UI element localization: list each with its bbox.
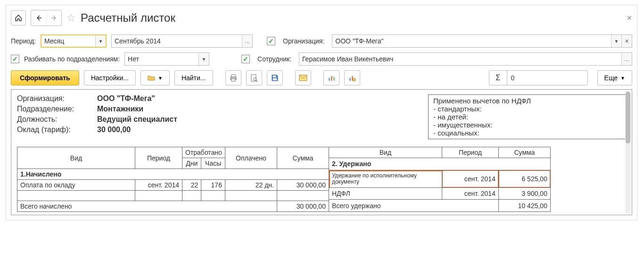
folder-menu-button[interactable]: ▼ — [140, 70, 170, 85]
section-row: 1.Начислено — [17, 169, 329, 180]
chevron-down-icon: ▼ — [158, 76, 163, 81]
split-checkbox[interactable]: ✓ — [11, 55, 19, 63]
folder-icon — [148, 75, 155, 81]
svg-rect-6 — [273, 76, 276, 77]
cell-name: Удержание по исполнительному документу — [329, 170, 442, 187]
cell-sum: 3 900,00 — [498, 187, 550, 200]
deductions-table: Вид Период Сумма 2. Удержано Удержание п… — [329, 147, 551, 212]
table-row: Оплата по окладу сент. 2014 22 176 22 дн… — [17, 180, 329, 191]
cell-period: сент. 2014 — [442, 187, 498, 200]
employee-choose-icon[interactable]: … — [621, 53, 632, 65]
split-select[interactable]: Нет ▼ — [124, 52, 209, 66]
info-position-value: Ведущий специалист — [97, 115, 177, 124]
svg-rect-9 — [329, 78, 330, 81]
org-select[interactable]: ООО "ТФ-Мега" ▼ ✕ — [332, 34, 632, 48]
scrollbar[interactable] — [625, 91, 631, 214]
svg-rect-7 — [273, 78, 277, 80]
more-button[interactable]: Еще ▼ — [597, 70, 632, 85]
period-label: Период: — [11, 37, 36, 45]
total-label: Всего начислено — [17, 201, 277, 212]
employee-select[interactable]: Герасимов Иван Викентьевич … — [299, 52, 632, 66]
scrollbar-thumb[interactable] — [626, 92, 630, 143]
report-area: Организация: ООО "ТФ-Мега" Подразделение… — [11, 89, 632, 215]
settings-button[interactable]: Настройки... — [84, 70, 136, 85]
table-header-row: Вид Период Отработано Оплачено Сумма — [17, 147, 329, 158]
period-value-text: Сентябрь 2014 — [112, 35, 242, 47]
employee-label: Сотрудник: — [257, 55, 291, 63]
printer-icon — [229, 74, 238, 82]
envelope-icon — [299, 75, 307, 81]
email-button[interactable] — [295, 70, 311, 85]
chart-button-2[interactable] — [344, 70, 360, 85]
total-row: Всего начислено 30 000,00 — [17, 201, 329, 212]
org-filter-checkbox[interactable]: ✓ — [267, 37, 275, 45]
svg-rect-10 — [331, 76, 332, 81]
cell-name: НДФЛ — [329, 187, 442, 200]
arrow-right-icon — [51, 15, 58, 21]
nav-back-button[interactable] — [31, 10, 46, 25]
preview-icon — [250, 74, 258, 82]
cell-period: сент. 2014 — [442, 170, 498, 187]
info-dept-value: Монтажники — [97, 105, 177, 113]
generate-button[interactable]: Сформировать — [11, 70, 79, 85]
info-position-label: Должность: — [17, 115, 92, 124]
col-type: Вид — [329, 147, 442, 158]
find-button[interactable]: Найти... — [174, 70, 213, 85]
employee-value-text: Герасимов Иван Викентьевич — [299, 53, 621, 65]
sum-button[interactable]: Σ — [489, 71, 507, 85]
chevron-down-icon: ▼ — [620, 76, 625, 81]
col-sum: Сумма — [277, 147, 329, 169]
org-label: Организация: — [283, 37, 324, 45]
favorite-star-icon[interactable]: ☆ — [66, 12, 76, 24]
ndfl-item: - имущественных: — [433, 121, 621, 129]
preview-button[interactable] — [246, 70, 262, 85]
info-dept-label: Подразделение: — [17, 105, 92, 113]
save-button[interactable] — [267, 70, 283, 85]
cell-sum: 30 000,00 — [277, 180, 329, 191]
print-button[interactable] — [225, 70, 241, 85]
info-org-value: ООО "ТФ-Мега" — [97, 94, 177, 103]
ndfl-item: - социальных: — [433, 129, 621, 137]
split-label: Разбивать по подразделениям: — [24, 55, 120, 63]
col-days: Дни — [182, 158, 201, 169]
cell-paid: 22 дн. — [225, 180, 277, 191]
section-label: 1.Начислено — [17, 169, 329, 180]
total-sum: 30 000,00 — [277, 201, 329, 212]
svg-rect-2 — [231, 79, 235, 81]
chart-button-1[interactable] — [323, 70, 339, 85]
split-dropdown-icon[interactable]: ▼ — [198, 53, 209, 65]
home-button[interactable] — [11, 10, 26, 25]
chart-icon — [328, 74, 335, 82]
period-type-select[interactable]: Месяц ▼ — [41, 34, 107, 48]
table-row — [17, 191, 329, 201]
total-label: Всего удержано — [329, 200, 498, 212]
col-worked: Отработано — [182, 147, 225, 158]
split-value-text: Нет — [125, 53, 198, 65]
org-dropdown-icon[interactable]: ▼ — [611, 35, 621, 47]
period-type-dropdown-icon[interactable]: ▼ — [95, 35, 106, 47]
svg-rect-11 — [333, 77, 335, 81]
employee-checkbox[interactable]: ✓ — [241, 55, 250, 63]
period-value-choose-icon[interactable]: … — [242, 35, 252, 47]
svg-rect-1 — [231, 75, 235, 77]
nav-forward-button[interactable] — [46, 10, 61, 25]
table-row-highlighted: Удержание по исполнительному документу с… — [329, 170, 550, 187]
info-org-label: Организация: — [17, 94, 92, 103]
svg-rect-12 — [349, 78, 351, 81]
col-period: Период — [135, 147, 182, 169]
info-salary-value: 30 000,00 — [97, 126, 177, 134]
col-period: Период — [442, 147, 498, 158]
period-value-input[interactable]: Сентябрь 2014 … — [111, 34, 253, 48]
cell-hours: 176 — [201, 180, 225, 191]
sigma-icon: Σ — [495, 74, 500, 82]
more-label: Еще — [604, 74, 618, 82]
ndfl-item: - стандартных: — [433, 105, 621, 113]
org-clear-icon[interactable]: ✕ — [621, 35, 632, 47]
arrow-left-icon — [35, 15, 42, 21]
sum-value: 0 — [507, 71, 587, 85]
org-value-text: ООО "ТФ-Мега" — [332, 35, 611, 47]
col-type: Вид — [17, 147, 135, 169]
diskette-icon — [271, 74, 279, 82]
close-button[interactable]: ✕ — [627, 14, 632, 22]
col-paid: Оплачено — [225, 147, 277, 169]
